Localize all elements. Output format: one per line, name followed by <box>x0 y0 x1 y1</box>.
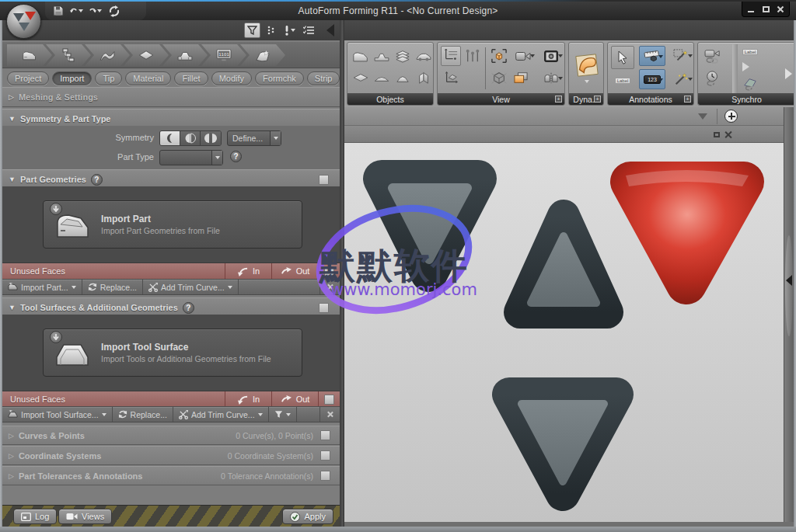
minimize-button[interactable] <box>745 4 757 15</box>
expand-right-panel-arrow[interactable] <box>786 275 792 286</box>
tab-tip[interactable]: Tip <box>95 71 122 85</box>
workflow-step-tooling[interactable] <box>162 44 208 66</box>
toolbar-close-button[interactable] <box>319 407 340 422</box>
list-options-button[interactable] <box>263 23 279 38</box>
show-flat-blank-button[interactable] <box>351 68 371 88</box>
show-tools-button[interactable] <box>372 46 392 66</box>
show-open-part-button[interactable] <box>414 68 434 88</box>
viewport-close-button[interactable] <box>723 129 734 140</box>
right-splitter-strip[interactable] <box>784 107 794 526</box>
workflow-step-simulation[interactable]: 1101 <box>201 44 246 66</box>
part-type-dropdown[interactable] <box>159 150 223 165</box>
symmetry-double-button[interactable] <box>201 131 221 145</box>
part-geometries-checkbox[interactable] <box>319 175 329 185</box>
object-tree-button[interactable] <box>441 46 461 66</box>
section-coordinate-systems[interactable]: ▷ Coordinate Systems 0 Coordinate System… <box>2 446 340 465</box>
part-tolerances-checkbox[interactable] <box>320 471 330 481</box>
add-viewport-button[interactable] <box>724 110 738 123</box>
collapse-panel-button[interactable] <box>322 23 338 38</box>
redo-button[interactable] <box>89 5 102 18</box>
import-part-button[interactable]: Import Part Import Part Geometries from … <box>43 200 302 249</box>
synchro-play-button[interactable] <box>738 60 752 74</box>
tab-modify[interactable]: Modify <box>211 71 252 85</box>
issues-button[interactable] <box>281 23 298 38</box>
symmetry-define-dropdown[interactable]: Define... <box>227 130 281 146</box>
workflow-step-process-plan[interactable] <box>46 44 91 66</box>
curves-points-checkbox[interactable] <box>320 430 330 440</box>
add-trim-curve-button[interactable]: Add Trim Curve... <box>173 407 269 422</box>
symmetry-none-button[interactable] <box>160 131 180 145</box>
slideshow-button[interactable] <box>511 68 531 88</box>
expand-group-icon[interactable]: + <box>555 96 562 103</box>
workflow-step-result[interactable] <box>240 44 285 66</box>
checklist-button[interactable] <box>300 23 316 38</box>
maximize-button[interactable] <box>759 4 772 15</box>
filter-funnel-button[interactable] <box>244 23 260 38</box>
viewport-title-bar[interactable] <box>344 126 784 143</box>
unused-faces-checkbox[interactable] <box>324 266 334 276</box>
filter-menu-button[interactable] <box>269 407 297 422</box>
replace-button[interactable]: Replace... <box>113 407 173 422</box>
tab-import[interactable]: Import <box>52 71 92 85</box>
undo-button[interactable] <box>70 5 83 18</box>
tab-project[interactable]: Project <box>7 71 49 85</box>
dropdown-caret[interactable] <box>270 131 281 145</box>
camera-views-button[interactable] <box>511 46 536 66</box>
apply-button[interactable]: Apply <box>282 509 333 524</box>
measure-distance-button[interactable] <box>639 46 665 66</box>
unused-faces-checkbox[interactable] <box>324 395 334 405</box>
viewport-maximize-button[interactable] <box>711 129 722 140</box>
add-trim-curve-button[interactable]: Add Trim Curve... <box>143 280 239 294</box>
section-curves-points[interactable]: ▷ Curves & Points 0 Curve(s), 0 Point(s) <box>2 426 340 445</box>
save-button[interactable] <box>51 5 65 18</box>
section-part-tolerances[interactable]: ▷ Part Tolerances & Annotations 0 Tolera… <box>2 466 340 485</box>
import-part-menu-button[interactable]: Import Part... <box>2 280 82 294</box>
update-design-button[interactable] <box>107 5 120 18</box>
show-dome-button[interactable] <box>393 68 413 88</box>
tab-fillet[interactable]: Fillet <box>174 71 208 85</box>
dyna-surface-button[interactable] <box>572 47 602 88</box>
unused-faces-out-button[interactable]: Out <box>271 263 318 279</box>
tab-material[interactable]: Material <box>125 71 171 85</box>
splitter-handle[interactable] <box>785 235 793 336</box>
expand-group-icon[interactable]: + <box>684 96 691 103</box>
section-meshing-settings[interactable]: ▷ Meshing & Settings <box>2 87 340 107</box>
snapshot-button[interactable] <box>539 46 564 66</box>
log-button[interactable]: Log <box>13 509 57 524</box>
numeric-annotation-button[interactable]: 123 <box>639 69 665 89</box>
synchronize-time-button[interactable] <box>703 68 723 89</box>
viewport-3d-canvas[interactable] <box>344 143 784 522</box>
show-part-button[interactable] <box>351 46 371 66</box>
show-blank-stack-button[interactable] <box>393 46 413 66</box>
tool-surfaces-help-button[interactable]: ? <box>183 302 194 314</box>
align-view-button[interactable] <box>441 68 461 88</box>
symmetry-half-button[interactable] <box>180 131 201 145</box>
zoom-fit-button[interactable] <box>489 46 509 66</box>
expand-group-icon[interactable]: + <box>594 96 601 103</box>
part-geometries-help-button[interactable]: ? <box>91 174 103 186</box>
show-carbody-button[interactable] <box>414 46 434 66</box>
ribbon-overflow-arrow[interactable] <box>785 68 792 79</box>
synchronize-results-button[interactable] <box>740 74 760 94</box>
unused-faces-in-button[interactable]: In <box>225 391 271 407</box>
show-formed-blank-button[interactable] <box>372 68 392 88</box>
close-button[interactable] <box>774 4 787 15</box>
replace-button[interactable]: Replace... <box>82 280 143 294</box>
import-tool-surface-menu-button[interactable]: Import Tool Surface... <box>2 407 113 422</box>
synchronize-cameras-button[interactable] <box>703 46 723 66</box>
label-annotation-button[interactable]: Label <box>611 74 634 88</box>
auto-annotate-button[interactable] <box>669 69 693 89</box>
views-button[interactable]: Views <box>58 509 112 524</box>
synchronize-labels-button[interactable]: Label <box>740 45 760 59</box>
import-tool-surface-button[interactable]: Import Tool Surface Import Tools or Addi… <box>43 329 302 377</box>
toolbar-close-button[interactable] <box>319 280 340 294</box>
section-mirror-button[interactable] <box>539 68 564 88</box>
workflow-step-blank[interactable] <box>124 44 169 66</box>
title-bar[interactable]: AutoForm Forming R11 - <No Current Desig… <box>0 2 796 20</box>
dropdown-caret[interactable] <box>211 151 222 165</box>
tab-strip[interactable]: Strip <box>307 71 340 85</box>
workflow-step-part[interactable] <box>7 44 52 66</box>
unused-faces-in-button[interactable]: In <box>225 263 271 279</box>
tool-surfaces-checkbox[interactable] <box>319 303 329 313</box>
auto-annotate-region-button[interactable] <box>669 46 693 66</box>
